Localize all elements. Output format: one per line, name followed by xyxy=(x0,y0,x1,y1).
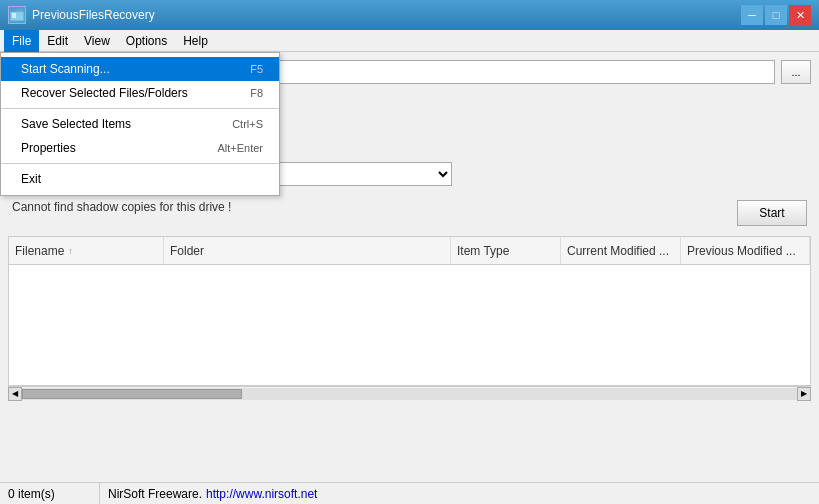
status-credits: NirSoft Freeware. http://www.nirsoft.net xyxy=(100,487,325,501)
svg-rect-2 xyxy=(12,13,16,18)
browse-button[interactable]: ... xyxy=(781,60,811,84)
menu-properties[interactable]: Properties Alt+Enter xyxy=(1,136,279,160)
col-header-current-modified[interactable]: Current Modified ... xyxy=(561,237,681,264)
menu-save-selected[interactable]: Save Selected Items Ctrl+S xyxy=(1,112,279,136)
window-controls: ─ □ ✕ xyxy=(741,5,811,25)
status-count: 0 item(s) xyxy=(0,483,100,504)
scroll-left-arrow[interactable]: ◀ xyxy=(8,387,22,401)
col-folder-label: Folder xyxy=(170,244,204,258)
col-header-filename[interactable]: Filename ↑ xyxy=(9,237,164,264)
col-header-itemtype[interactable]: Item Type xyxy=(451,237,561,264)
horizontal-scrollbar[interactable]: ◀ ▶ xyxy=(8,386,811,400)
separator-2 xyxy=(1,163,279,164)
menu-start-scanning[interactable]: Start Scanning... F5 xyxy=(1,57,279,81)
menu-options[interactable]: Options xyxy=(118,30,175,52)
table-header: Filename ↑ Folder Item Type Current Modi… xyxy=(9,237,810,265)
menu-properties-label: Properties xyxy=(21,141,76,155)
scroll-thumb[interactable] xyxy=(22,389,242,399)
col-filename-label: Filename xyxy=(15,244,64,258)
col-current-label: Current Modified ... xyxy=(567,244,669,258)
nirsoft-url[interactable]: http://www.nirsoft.net xyxy=(206,487,317,501)
minimize-button[interactable]: ─ xyxy=(741,5,763,25)
col-filename-sort-icon: ↑ xyxy=(68,246,73,256)
menu-recover-selected-shortcut: F8 xyxy=(250,87,263,99)
title-bar: PreviousFilesRecovery ─ □ ✕ xyxy=(0,0,819,30)
menu-start-scanning-label: Start Scanning... xyxy=(21,62,110,76)
menu-save-shortcut: Ctrl+S xyxy=(232,118,263,130)
credits-text: NirSoft Freeware. xyxy=(108,487,202,501)
col-header-previous-modified[interactable]: Previous Modified ... xyxy=(681,237,810,264)
window-title: PreviousFilesRecovery xyxy=(32,8,155,22)
file-dropdown-menu: Start Scanning... F5 Recover Selected Fi… xyxy=(0,52,280,196)
scroll-track[interactable] xyxy=(22,388,797,400)
app-icon xyxy=(8,6,26,24)
title-bar-left: PreviousFilesRecovery xyxy=(8,6,155,24)
separator-1 xyxy=(1,108,279,109)
menu-edit[interactable]: Edit xyxy=(39,30,76,52)
menu-file[interactable]: File xyxy=(4,30,39,52)
maximize-button[interactable]: □ xyxy=(765,5,787,25)
menu-exit[interactable]: Exit xyxy=(1,167,279,191)
start-button[interactable]: Start xyxy=(737,200,807,226)
status-bar: 0 item(s) NirSoft Freeware. http://www.n… xyxy=(0,482,819,504)
status-message: Cannot find shadow copies for this drive… xyxy=(12,200,807,214)
menu-help[interactable]: Help xyxy=(175,30,216,52)
menu-recover-selected[interactable]: Recover Selected Files/Folders F8 xyxy=(1,81,279,105)
menu-exit-label: Exit xyxy=(21,172,41,186)
menu-bar: File Edit View Options Help Start Scanni… xyxy=(0,30,819,52)
menu-save-selected-label: Save Selected Items xyxy=(21,117,131,131)
menu-recover-selected-label: Recover Selected Files/Folders xyxy=(21,86,188,100)
col-itemtype-label: Item Type xyxy=(457,244,509,258)
close-button[interactable]: ✕ xyxy=(789,5,811,25)
svg-marker-1 xyxy=(10,9,23,11)
table-body xyxy=(9,265,810,385)
results-table: Filename ↑ Folder Item Type Current Modi… xyxy=(8,236,811,386)
scan-options: Cannot find shadow copies for this drive… xyxy=(8,200,811,228)
col-header-folder[interactable]: Folder xyxy=(164,237,451,264)
menu-start-scanning-shortcut: F5 xyxy=(250,63,263,75)
menu-properties-shortcut: Alt+Enter xyxy=(217,142,263,154)
scroll-right-arrow[interactable]: ▶ xyxy=(797,387,811,401)
col-previous-label: Previous Modified ... xyxy=(687,244,796,258)
menu-view[interactable]: View xyxy=(76,30,118,52)
